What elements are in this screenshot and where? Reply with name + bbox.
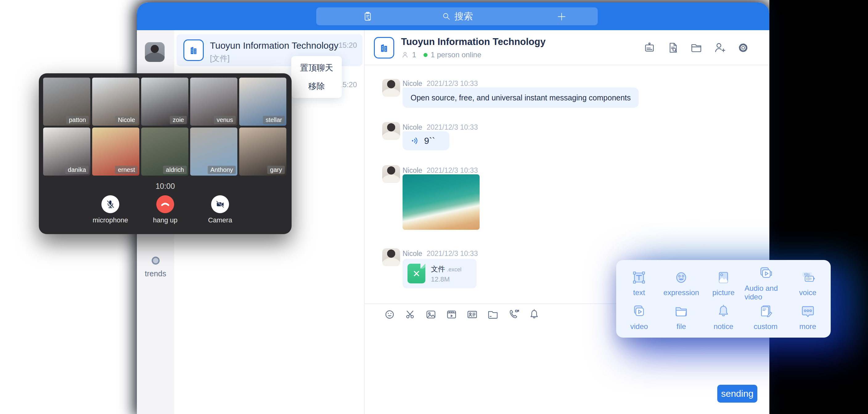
file-message[interactable]: ✕ 文件.excel 12.8M	[403, 259, 476, 288]
members-icon	[401, 51, 409, 59]
chat-header-actions	[642, 41, 750, 55]
participant-tile[interactable]: stellar	[239, 77, 286, 126]
participant-name: Anthony	[208, 166, 236, 174]
message-timestamp: 2021/12/3 10:33	[427, 250, 478, 257]
message-sender: Nicole2021/12/3 10:33	[403, 250, 478, 258]
building-icon	[378, 41, 391, 54]
menu-item-pin-chat[interactable]: 置顶聊天	[291, 59, 342, 77]
message-timestamp: 2021/12/3 10:33	[427, 79, 478, 88]
microphone-button[interactable]: microphone	[92, 195, 128, 224]
panel-item-audio-video[interactable]: Audio and video	[744, 265, 786, 301]
image-message[interactable]	[403, 174, 479, 230]
participant-tile[interactable]: gary	[239, 128, 286, 176]
panel-label: file	[677, 322, 686, 331]
call-icon[interactable]	[507, 308, 520, 321]
panel-label: custom	[754, 322, 777, 331]
send-button[interactable]: sending	[717, 385, 757, 403]
panel-item-file[interactable]: file	[660, 301, 703, 333]
group-avatar	[183, 39, 204, 61]
participant-name: aldrich	[163, 166, 187, 174]
screenshot-icon[interactable]	[404, 308, 417, 321]
bulletin-icon[interactable]	[642, 41, 656, 55]
message-type-panel: text expression picture Audio and video …	[616, 260, 831, 338]
participant-tile[interactable]: patton	[43, 77, 90, 126]
avatar[interactable]	[382, 122, 400, 140]
file-ext: .excel	[447, 266, 461, 273]
panel-label: picture	[712, 288, 735, 297]
chat-meta: 1 1 person online	[401, 51, 481, 59]
file-name: 文件.excel	[431, 264, 461, 274]
participant-name: ernest	[115, 166, 138, 174]
panel-label: voice	[799, 288, 816, 297]
participant-name: Nicole	[115, 116, 138, 124]
add-icon[interactable]	[556, 11, 567, 22]
panel-item-picture[interactable]: picture	[703, 265, 745, 301]
notification-icon[interactable]	[528, 308, 541, 321]
participant-tile[interactable]: Anthony	[190, 128, 237, 176]
participant-tile[interactable]: danika	[43, 128, 90, 176]
camera-button[interactable]: Camera	[202, 195, 238, 224]
emoji-icon[interactable]	[383, 308, 396, 321]
avatar[interactable]	[382, 248, 400, 266]
control-label: Camera	[208, 216, 232, 224]
hang-up-button[interactable]: hang up	[147, 195, 183, 224]
message-timestamp: 2021/12/3 10:33	[427, 123, 478, 131]
call-controls: microphone hang up Camera	[39, 195, 291, 224]
history-search-icon[interactable]	[666, 41, 680, 55]
message-sender: Nicole2021/12/3 10:33	[403, 123, 478, 131]
message-sender: Nicole2021/12/3 10:33	[403, 79, 478, 88]
search-field[interactable]: 搜索	[316, 7, 598, 25]
trends-icon	[150, 254, 162, 267]
participant-tile[interactable]: aldrich	[141, 128, 188, 176]
search-bar[interactable]: 搜索	[316, 7, 598, 25]
camera-off-icon	[211, 195, 229, 213]
contact-card-icon[interactable]	[466, 308, 479, 321]
building-icon	[187, 44, 200, 56]
message-sender: Nicole2021/12/3 10:33	[403, 166, 478, 174]
conversation-title: Tuoyun Information Technology	[210, 40, 338, 51]
member-count: 1	[412, 51, 416, 59]
avatar[interactable]	[382, 165, 400, 183]
video-icon[interactable]	[445, 308, 458, 321]
participant-name: gary	[267, 166, 285, 174]
panel-item-voice[interactable]: voice	[786, 265, 829, 301]
panel-label: video	[630, 322, 648, 331]
panel-label: notice	[714, 322, 733, 331]
participant-tile[interactable]: zoie	[141, 77, 188, 126]
hang-up-icon	[156, 195, 174, 213]
panel-item-text[interactable]: text	[618, 265, 660, 301]
control-label: hang up	[153, 216, 178, 224]
chat-header: Tuoyun Information Technology 1 1 person…	[365, 30, 769, 65]
online-dot	[424, 53, 428, 57]
file-size: 12.8M	[431, 276, 450, 283]
panel-item-expression[interactable]: expression	[660, 265, 703, 301]
conversation-time: 15:20	[338, 41, 357, 50]
user-avatar[interactable]	[145, 42, 164, 62]
panel-item-more[interactable]: more	[786, 301, 829, 333]
chat-title: Tuoyun Information Technology	[401, 36, 546, 47]
add-member-icon[interactable]	[713, 41, 727, 55]
panel-item-notice[interactable]: notice	[703, 301, 745, 333]
online-status: 1 person online	[431, 51, 481, 59]
voice-message[interactable]: 9``	[403, 131, 450, 150]
participant-name: venus	[214, 116, 236, 124]
menu-item-remove[interactable]: 移除	[291, 77, 342, 95]
panel-item-video[interactable]: video	[618, 301, 660, 333]
panel-item-custom[interactable]: custom	[744, 301, 786, 333]
avatar[interactable]	[382, 79, 400, 97]
search-icon	[441, 11, 452, 22]
participant-tile[interactable]: Nicole	[92, 77, 139, 126]
folder-icon[interactable]	[689, 41, 704, 55]
search-placeholder: 搜索	[455, 10, 473, 23]
message-timestamp: 2021/12/3 10:33	[427, 166, 478, 174]
participant-tile[interactable]: ernest	[92, 128, 139, 176]
folder-icon[interactable]	[487, 308, 499, 321]
context-menu: 置顶聊天 移除	[291, 56, 342, 98]
image-icon[interactable]	[425, 308, 437, 321]
voice-duration: 9``	[424, 136, 435, 146]
panel-label: more	[799, 322, 816, 331]
settings-icon[interactable]	[736, 41, 750, 55]
sidebar-item-trends[interactable]: trends	[137, 254, 174, 278]
participant-tile[interactable]: venus	[190, 77, 237, 126]
text-message[interactable]: Open source, free, and universal instant…	[403, 88, 639, 108]
